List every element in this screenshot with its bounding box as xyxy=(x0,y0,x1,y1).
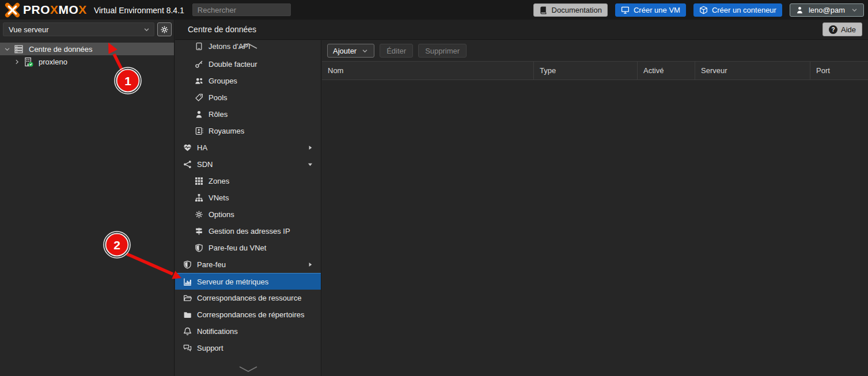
chevron-right-icon[interactable] xyxy=(12,58,21,66)
documentation-button[interactable]: Documentation xyxy=(533,3,608,17)
resource-tree: Centre de données proxleno xyxy=(0,43,174,68)
menu-item-pare-feu[interactable]: Pare-feu xyxy=(175,256,321,273)
chevron-down-icon xyxy=(851,6,858,14)
menu-item-serveur-metriques[interactable]: Serveur de métriques xyxy=(175,273,321,290)
chevron-down-icon xyxy=(143,26,150,33)
menu-item-royaumes[interactable]: Royaumes xyxy=(175,123,321,139)
map-signs-icon xyxy=(194,227,203,236)
menu-item-gestion-adresses-ip[interactable]: Gestion des adresses IP xyxy=(175,223,321,240)
proxmox-x-icon xyxy=(5,2,20,18)
user-label: leno@pam xyxy=(809,6,845,14)
view-select[interactable]: Vue serveur xyxy=(3,22,154,36)
menu-item-label: Pools xyxy=(209,93,228,102)
brand-wordmark: PROXMOX xyxy=(23,3,87,17)
table-header: NomTypeActivéServeurPort xyxy=(322,61,868,80)
resource-sidebar: Vue serveur Centre de données proxleno xyxy=(0,20,175,376)
menu-item-label: Pare-feu du VNet xyxy=(209,244,266,252)
menu-item-label: Serveur de métriques xyxy=(197,278,268,286)
menu-item-label: Royaumes xyxy=(209,127,244,135)
tag-icon xyxy=(194,93,203,102)
menu-item-label: Pare-feu xyxy=(197,260,226,269)
top-header: PROXMOX Virtual Environment 8.4.1 Docume… xyxy=(0,0,868,20)
expand-caret-right-icon xyxy=(306,144,314,151)
create-container-label: Créer un conteneur xyxy=(712,6,776,14)
menu-item-label: Correspondances de ressource xyxy=(197,294,301,302)
network-icon xyxy=(183,160,192,169)
menu-item-label: Groupes xyxy=(209,77,237,85)
menu-item-double-facteur[interactable]: Double facteur xyxy=(175,56,321,73)
menu-item-support[interactable]: Support xyxy=(175,340,321,356)
expand-caret-right-icon xyxy=(306,261,314,268)
book-icon xyxy=(539,6,548,14)
sidebar-settings-button[interactable] xyxy=(157,22,172,36)
brand-segment: MO xyxy=(59,3,79,17)
edit-button[interactable]: Éditer xyxy=(380,44,413,58)
brand-segment: X xyxy=(50,3,59,17)
menu-item-label: Double facteur xyxy=(209,60,257,69)
brand-segment: PRO xyxy=(23,3,50,17)
create-vm-label: Créer une VM xyxy=(634,6,680,14)
scroll-down-icon[interactable] xyxy=(237,365,260,374)
delete-button[interactable]: Supprimer xyxy=(418,44,467,58)
grid-icon xyxy=(194,177,203,185)
menu-item-vnets[interactable]: VNets xyxy=(175,189,321,206)
gear-icon xyxy=(160,25,169,34)
view-select-value: Vue serveur xyxy=(9,25,49,34)
sitemap-icon xyxy=(194,193,203,202)
metric-server-panel: Ajouter Éditer Supprimer NomTypeActivéSe… xyxy=(322,40,868,376)
heartbeat-icon xyxy=(183,143,192,152)
column-header-2[interactable]: Activé xyxy=(637,62,695,79)
menu-item-label: Gestion des adresses IP xyxy=(209,227,290,236)
brand-segment: X xyxy=(78,3,87,17)
datacenter-config-menu: Jetons d'API Double facteur Groupes Pool… xyxy=(175,40,321,376)
page-title: Centre de données xyxy=(188,25,256,34)
column-header-1[interactable]: Type xyxy=(533,62,637,79)
menu-item-corresp-ressource[interactable]: Correspondances de ressource xyxy=(175,290,321,306)
chevron-down-icon[interactable] xyxy=(2,45,12,53)
toolbar: Ajouter Éditer Supprimer xyxy=(322,40,868,61)
column-header-4[interactable]: Port xyxy=(810,62,868,79)
add-button[interactable]: Ajouter xyxy=(327,44,374,58)
menu-item-label: VNets xyxy=(209,193,229,202)
search-input[interactable] xyxy=(192,3,291,16)
scroll-up-icon[interactable] xyxy=(237,41,260,50)
add-label: Ajouter xyxy=(333,47,357,55)
question-icon xyxy=(829,25,837,34)
create-container-button[interactable]: Créer un conteneur xyxy=(693,3,782,17)
shield-icon xyxy=(183,260,192,269)
column-header-0[interactable]: Nom xyxy=(322,62,533,79)
menu-item-label: HA xyxy=(197,143,207,152)
user-menu-button[interactable]: leno@pam xyxy=(790,3,864,17)
menu-item-zones[interactable]: Zones xyxy=(175,173,321,189)
user-icon xyxy=(194,110,203,119)
users-icon xyxy=(194,77,203,85)
tree-item-node-proxleno[interactable]: proxleno xyxy=(0,55,174,68)
menu-item-pools[interactable]: Pools xyxy=(175,89,321,106)
menu-item-corresp-repertoires[interactable]: Correspondances de répertoires xyxy=(175,306,321,323)
help-button[interactable]: Aide xyxy=(822,22,862,36)
create-vm-button[interactable]: Créer une VM xyxy=(615,3,686,17)
edit-label: Éditer xyxy=(386,47,406,55)
menu-item-label: Options xyxy=(209,210,234,219)
menu-item-label: Correspondances de répertoires xyxy=(197,310,304,319)
folder-open-icon xyxy=(183,294,192,302)
cube-icon xyxy=(699,6,708,14)
menu-item-ha[interactable]: HA xyxy=(175,139,321,156)
node-online-icon xyxy=(24,57,33,67)
tree-item-datacenter[interactable]: Centre de données xyxy=(0,43,174,55)
help-label: Aide xyxy=(841,25,856,34)
menu-item-roles[interactable]: Rôles xyxy=(175,106,321,123)
menu-item-groupes[interactable]: Groupes xyxy=(175,73,321,89)
chevron-down-icon xyxy=(361,47,369,55)
user-icon xyxy=(795,6,804,14)
menu-item-notifications[interactable]: Notifications xyxy=(175,323,321,340)
menu-item-label: Notifications xyxy=(197,327,238,336)
column-header-3[interactable]: Serveur xyxy=(695,62,810,79)
gear-icon xyxy=(194,210,203,219)
bell-icon xyxy=(183,327,192,336)
menu-item-sdn[interactable]: SDN xyxy=(175,156,321,173)
menu-item-options[interactable]: Options xyxy=(175,206,321,223)
menu-item-pare-feu-vnet[interactable]: Pare-feu du VNet xyxy=(175,240,321,256)
delete-label: Supprimer xyxy=(425,47,460,55)
menu-item-label: Zones xyxy=(209,177,229,185)
